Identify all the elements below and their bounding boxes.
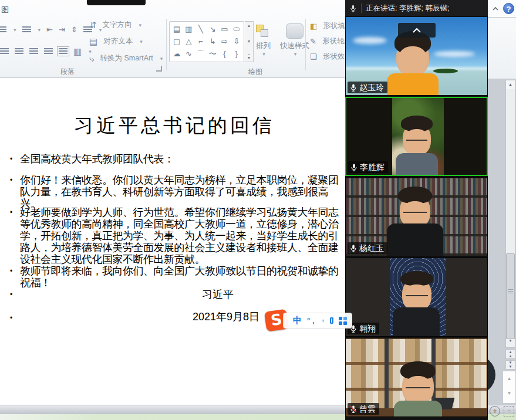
align-text-button[interactable]: 对齐文本 bbox=[103, 36, 133, 46]
text-direction-button[interactable]: 文字方向 bbox=[103, 20, 132, 30]
align-text-icon: ▤ bbox=[89, 37, 97, 46]
participant-person bbox=[396, 39, 429, 76]
arrow-shape-icon[interactable]: ↘ bbox=[210, 25, 216, 33]
next-slide-button[interactable]: ▼▼ bbox=[505, 360, 515, 370]
decrease-indent-icon[interactable]: ⇤ bbox=[46, 26, 53, 33]
scroll-down-button[interactable]: ▼ bbox=[505, 338, 515, 348]
participant-person bbox=[400, 194, 430, 228]
collapse-ribbon-icon[interactable] bbox=[491, 5, 500, 12]
convert-smartart-button[interactable]: 转换为 SmartArt bbox=[100, 53, 153, 63]
ime-toolbox-icon[interactable] bbox=[339, 317, 347, 325]
gallery-up-icon[interactable]: ▴ bbox=[248, 23, 250, 28]
video-tile[interactable]: 赵玉玲 bbox=[345, 16, 488, 96]
mini-up-icon[interactable]: ▲ bbox=[503, 376, 515, 381]
microphone-muted-icon bbox=[349, 405, 358, 414]
ime-keyboard-icon[interactable] bbox=[330, 317, 333, 324]
triangle-shape-icon[interactable]: △ bbox=[186, 38, 191, 45]
paragraph-dialog-launcher[interactable] bbox=[156, 66, 162, 72]
increase-indent-icon[interactable]: ⇥ bbox=[59, 26, 65, 33]
bullet-list-icon[interactable] bbox=[0, 26, 6, 33]
line-spacing-icon[interactable]: ⇕ bbox=[71, 26, 77, 33]
elbow-arrow-shape-icon[interactable]: ↳ bbox=[210, 38, 216, 45]
slide-signature: 习近平 bbox=[202, 287, 234, 302]
bullet-text: 好老师要做到学为人师、行为世范。希望你们继续学习弘扬黄大年同志等优秀教师的高尚精… bbox=[20, 206, 346, 265]
shape-outline-icon: ✎ bbox=[310, 38, 316, 45]
scribble-shape-icon[interactable]: ∿ bbox=[186, 50, 192, 57]
smartart-icon: ⤷ bbox=[89, 54, 94, 63]
video-tile[interactable]: 曾雲 bbox=[345, 338, 488, 417]
video-tile-active-speaker[interactable]: 李胜辉 bbox=[345, 97, 488, 176]
collapse-videos-button[interactable] bbox=[398, 23, 436, 38]
window-top-right: ? bbox=[488, 0, 516, 18]
bullet-text: 教师节即将来临，我向你们、向全国广大教师致以节日的祝贺和诚挚的祝福！ bbox=[20, 265, 346, 289]
gallery-down-icon[interactable]: ▾ bbox=[248, 39, 250, 44]
oval-shape-icon[interactable]: ⬭ bbox=[233, 25, 240, 33]
quick-styles-icon bbox=[286, 23, 303, 39]
meeting-video-strip: 正在讲话: 李胜辉; 韩辰锴; bbox=[345, 0, 488, 420]
elbow-shape-icon[interactable]: ⌐ bbox=[198, 38, 203, 45]
scroll-up-button[interactable]: ▲ bbox=[506, 80, 515, 89]
right-brace-shape-icon[interactable]: } bbox=[235, 50, 238, 57]
previous-slide-button[interactable]: ▲▲ bbox=[505, 350, 515, 359]
columns-icon[interactable]: ▥ bbox=[73, 47, 82, 56]
arrange-icon bbox=[256, 25, 270, 38]
mini-down-icon[interactable]: ▼ bbox=[503, 391, 515, 396]
arc-shape-icon[interactable]: ⌒ bbox=[197, 50, 204, 57]
vertical-scrollbar[interactable]: ▲ bbox=[505, 80, 515, 344]
bullet-row: • 好老师要做到学为人师、行为世范。希望你们继续学习弘扬黄大年同志等优秀教师的高… bbox=[8, 206, 346, 265]
ime-voice-icon[interactable] bbox=[322, 316, 325, 325]
vertical-textbox-shape-icon[interactable]: ▥ bbox=[185, 25, 192, 33]
down-arrow-shape-icon[interactable]: ⇩ bbox=[233, 38, 240, 45]
ime-punctuation-button[interactable]: °， bbox=[307, 316, 316, 326]
shapes-gallery[interactable]: ▤ ▥ ╲ ↘ ▭ ⬭ ▢ △ ⌐ ↳ ⇨ ⇩ ☁ ∿ ⌒ 〜 { } bbox=[169, 21, 244, 62]
slide-title: 习近平总书记的回信 bbox=[74, 113, 297, 139]
ime-chinese-mode-button[interactable]: 中 bbox=[293, 315, 302, 326]
bullet-row: • 你们好！来信收悉。你们以黄大年同志为榜样，立足本职岗位，凝聚团队力量，在教书… bbox=[8, 174, 346, 209]
view-tab-partial[interactable]: 图 bbox=[1, 5, 9, 15]
zoom-in-button[interactable]: + bbox=[490, 406, 500, 416]
bullet-row: • 教师节即将来临，我向你们、向全国广大教师致以节日的祝贺和诚挚的祝福！ bbox=[8, 265, 346, 289]
video-tile[interactable]: 杨红玉 bbox=[345, 177, 488, 256]
help-button[interactable]: ? bbox=[503, 3, 514, 14]
bullet-text: 全国高校黄大年式教师团队代表： bbox=[20, 153, 174, 165]
scrollbar-thumb[interactable] bbox=[506, 253, 515, 341]
island-graphic bbox=[433, 69, 458, 73]
chevron-up-icon bbox=[411, 27, 423, 34]
arrange-button[interactable]: 排列 ▾ bbox=[256, 25, 271, 57]
align-right-icon[interactable] bbox=[29, 48, 38, 55]
bullet-row: • 全国高校黄大年式教师团队代表： bbox=[8, 153, 346, 165]
left-brace-shape-icon[interactable]: { bbox=[223, 50, 225, 57]
curve-shape-icon[interactable]: 〜 bbox=[209, 50, 217, 57]
gallery-more-icon[interactable]: ▾ bbox=[248, 55, 250, 60]
participant-name-label: 杨红玉 bbox=[348, 242, 387, 254]
microphone-icon bbox=[349, 83, 358, 92]
gallery-scroll[interactable]: ▴ ▾ ▾ bbox=[245, 21, 254, 62]
fit-slide-button[interactable]: ⁘ bbox=[504, 406, 514, 416]
participant-person bbox=[402, 369, 434, 404]
rectangle-shape-icon[interactable]: ▭ bbox=[221, 25, 228, 33]
textbox-shape-icon[interactable]: ▤ bbox=[173, 25, 180, 33]
rounded-rect-shape-icon[interactable]: ▢ bbox=[173, 38, 180, 45]
cloud-shape-icon[interactable]: ☁ bbox=[173, 50, 181, 57]
numbered-list-icon[interactable] bbox=[22, 26, 31, 33]
shape-fill-icon: ◧ bbox=[310, 22, 317, 30]
align-left-icon[interactable] bbox=[0, 48, 9, 55]
justify-icon[interactable] bbox=[44, 48, 53, 55]
shape-effects-icon: ❏ bbox=[310, 53, 317, 60]
align-center-icon[interactable] bbox=[15, 48, 23, 55]
text-direction-icon: ⇵ bbox=[89, 21, 97, 29]
right-arrow-shape-icon[interactable]: ⇨ bbox=[221, 38, 228, 45]
participant-name-label: 赵玉玲 bbox=[348, 82, 387, 93]
slide-date: 2021年9月8日 bbox=[193, 310, 259, 324]
participant-name-label-muted: 曾雲 bbox=[348, 403, 379, 415]
video-tile[interactable]: 翱翔 bbox=[345, 258, 488, 337]
side-mini-panel[interactable]: ▲ ▼ bbox=[502, 371, 516, 404]
ime-toolbar[interactable]: S 中 °， bbox=[265, 309, 353, 331]
participant-person bbox=[403, 123, 431, 155]
microphone-icon bbox=[350, 163, 358, 172]
line-shape-icon[interactable]: ╲ bbox=[198, 25, 203, 33]
participant-person bbox=[402, 278, 431, 311]
distribute-icon[interactable] bbox=[59, 48, 68, 55]
share-toolbar-pill[interactable] bbox=[87, 0, 146, 5]
paragraph-group-label: 段落 bbox=[47, 67, 88, 77]
